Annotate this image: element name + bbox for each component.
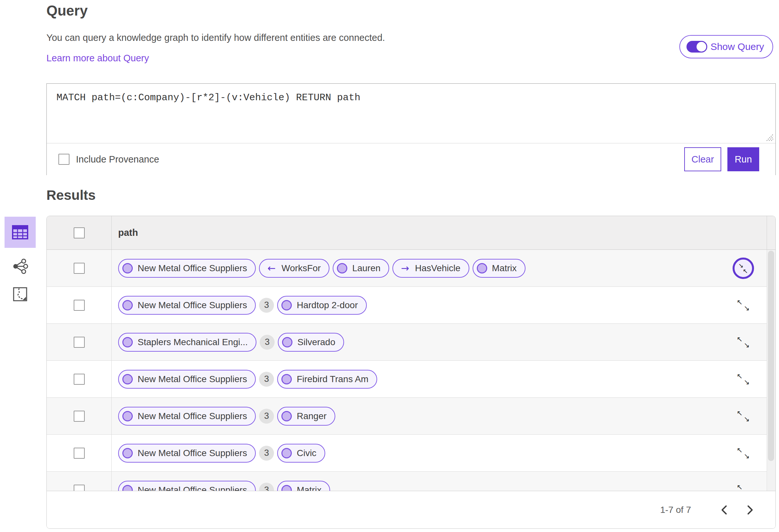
entity-chip[interactable]: Hardtop 2-door <box>277 296 366 315</box>
table-row: Staplers Mechanical Engi...3Silverado ↖↘ <box>47 324 775 361</box>
row-checkbox[interactable] <box>74 485 85 491</box>
entity-chip[interactable]: Matrix <box>277 481 330 491</box>
path-cell: New Metal Office Suppliers←WorksForLaure… <box>112 259 720 278</box>
collapse-arrow-icon: ↖ <box>743 268 748 274</box>
next-page-button[interactable] <box>741 501 759 519</box>
include-provenance-checkbox[interactable] <box>58 154 69 165</box>
entity-chip[interactable]: Silverado <box>278 333 344 352</box>
entity-chip[interactable]: Matrix <box>473 259 526 278</box>
scrollbar-thumb[interactable] <box>768 251 774 461</box>
chip-label: New Metal Office Suppliers <box>138 448 255 458</box>
learn-more-link[interactable]: Learn more about Query <box>46 53 149 64</box>
expand-cell: ↖↘ <box>720 447 767 460</box>
entity-chip[interactable]: Staplers Mechanical Engi... <box>118 333 256 352</box>
entity-node-icon <box>282 337 292 347</box>
expand-cell: ↖↘ <box>720 410 767 423</box>
previous-page-button[interactable] <box>715 501 733 519</box>
relation-count-badge: 3 <box>259 372 274 387</box>
pagination-range-label: 1-7 of 7 <box>660 505 691 515</box>
entity-chip[interactable]: New Metal Office Suppliers <box>118 444 256 463</box>
clear-button[interactable]: Clear <box>684 147 721 171</box>
table-icon <box>12 225 28 240</box>
path-cell: New Metal Office Suppliers3Civic <box>112 444 720 463</box>
expand-arrow-icon: ↖ <box>737 484 743 491</box>
chip-label: New Metal Office Suppliers <box>138 485 255 491</box>
relation-count-badge: 3 <box>260 335 275 350</box>
entity-node-icon <box>337 263 347 273</box>
table-row: New Metal Office Suppliers3Hardtop 2-doo… <box>47 287 775 324</box>
relation-chip[interactable]: ←WorksFor <box>259 259 329 278</box>
expand-arrow-icon: ↘ <box>743 342 750 349</box>
expand-cell: ↖↘ <box>720 336 767 349</box>
toggle-switch-icon[interactable] <box>686 41 707 53</box>
row-checkbox[interactable] <box>74 448 85 459</box>
expand-row-button[interactable]: ↖↘ <box>737 447 750 460</box>
sidebar-item-table-view[interactable] <box>5 217 36 248</box>
row-checkbox-cell <box>47 287 112 323</box>
entity-chip[interactable]: Civic <box>277 444 325 463</box>
table-row: New Metal Office Suppliers3Ranger ↖↘ <box>47 398 775 435</box>
entity-node-icon <box>122 300 133 311</box>
entity-chip[interactable]: New Metal Office Suppliers <box>118 370 256 389</box>
expand-row-button[interactable]: ↖↘ <box>737 410 750 423</box>
entity-node-icon <box>282 300 292 311</box>
table-row: New Metal Office Suppliers3Matrix ↖↘ <box>47 472 775 491</box>
chip-label: New Metal Office Suppliers <box>138 300 255 311</box>
expand-row-button[interactable]: ↖↘ <box>737 336 750 349</box>
entity-chip[interactable]: Lauren <box>333 259 389 278</box>
table-header-row: path <box>47 216 775 250</box>
run-button[interactable]: Run <box>727 147 759 171</box>
entity-chip[interactable]: Firebird Trans Am <box>277 370 377 389</box>
expand-arrow-icon: ↘ <box>743 489 750 491</box>
chip-label: Lauren <box>352 263 388 273</box>
expand-row-button[interactable]: ↖↘ <box>737 373 750 386</box>
vertical-scrollbar[interactable] <box>767 250 775 491</box>
share-graph-icon <box>12 259 28 274</box>
entity-chip[interactable]: New Metal Office Suppliers <box>118 407 256 425</box>
relation-chip[interactable]: →HasVehicle <box>393 259 469 278</box>
sidebar-item-graph-view[interactable] <box>5 254 36 279</box>
expand-arrow-icon: ↖ <box>737 336 743 343</box>
chevron-left-icon <box>721 505 727 515</box>
entity-node-icon <box>282 485 292 491</box>
entity-chip[interactable]: New Metal Office Suppliers <box>118 296 256 315</box>
entity-node-icon <box>282 448 292 458</box>
path-cell: New Metal Office Suppliers3Matrix <box>112 481 720 491</box>
chip-label: Firebird Trans Am <box>297 374 376 384</box>
results-table: path New Metal Office Suppliers←WorksFor… <box>46 216 776 529</box>
chip-label: Hardtop 2-door <box>297 300 366 311</box>
expand-row-button[interactable]: ↖↘ <box>737 484 750 491</box>
entity-chip[interactable]: New Metal Office Suppliers <box>118 259 256 278</box>
collapse-row-button[interactable]: ↘↖ <box>733 258 754 279</box>
show-query-toggle[interactable]: Show Query <box>679 35 773 58</box>
entity-chip[interactable]: Ranger <box>277 407 335 425</box>
query-textarea[interactable]: MATCH path=(c:Company)-[r*2]-(v:Vehicle)… <box>47 84 775 143</box>
expand-cell: ↖↘ <box>720 373 767 386</box>
row-checkbox[interactable] <box>74 337 85 348</box>
chevron-right-icon <box>747 505 754 515</box>
expand-arrow-icon: ↘ <box>743 453 750 460</box>
expand-cell: ↖↘ <box>720 484 767 491</box>
entity-chip[interactable]: New Metal Office Suppliers <box>118 481 256 491</box>
sidebar-item-map-view[interactable] <box>5 281 36 307</box>
query-footer: Include Provenance Clear Run <box>47 143 775 175</box>
row-checkbox[interactable] <box>74 263 85 274</box>
row-checkbox-cell <box>47 250 112 286</box>
row-checkbox[interactable] <box>74 374 85 385</box>
row-checkbox[interactable] <box>74 300 85 311</box>
chip-label: Matrix <box>492 263 525 273</box>
entity-node-icon <box>122 411 133 421</box>
chip-label: HasVehicle <box>415 263 468 273</box>
select-all-checkbox[interactable] <box>74 227 85 239</box>
row-checkbox-cell <box>47 435 112 471</box>
chip-label: Civic <box>297 448 324 458</box>
expand-row-button[interactable]: ↖↘ <box>737 299 750 312</box>
resize-handle-icon[interactable] <box>765 132 774 141</box>
path-column-header: path <box>112 227 767 238</box>
chip-label: New Metal Office Suppliers <box>138 263 255 273</box>
toggle-knob <box>697 42 706 52</box>
chip-label: Ranger <box>297 411 335 421</box>
pagination-bar: 1-7 of 7 <box>47 491 775 528</box>
row-checkbox[interactable] <box>74 411 85 422</box>
expand-arrow-icon: ↖ <box>737 299 743 306</box>
